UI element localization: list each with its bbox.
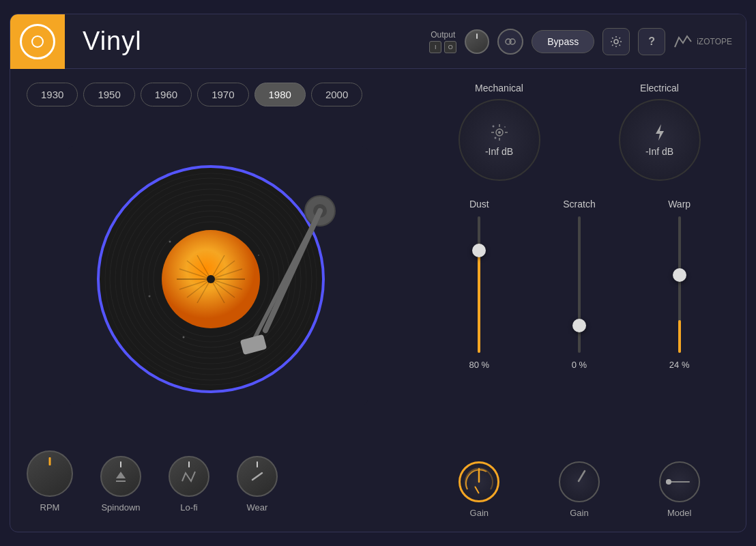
electrical-value: -Inf dB xyxy=(645,146,673,157)
wear-label: Wear xyxy=(247,502,268,513)
svg-point-24 xyxy=(169,241,171,243)
dust-slider-control: Dust 80 % xyxy=(448,199,510,370)
scratch-slider-control: Scratch 0 % xyxy=(549,199,610,370)
spindown-knob[interactable] xyxy=(100,456,141,497)
output-o-btn[interactable]: O xyxy=(444,41,456,53)
wear-knob[interactable] xyxy=(237,456,278,497)
model-control: Model xyxy=(659,461,700,518)
model-label: Model xyxy=(667,508,691,518)
svg-marker-34 xyxy=(116,472,126,478)
warp-slider-control: Warp 24 % xyxy=(649,199,710,370)
noise-section: Mechanical -Inf xyxy=(429,83,729,181)
right-panel: Mechanical -Inf xyxy=(429,83,729,518)
logo-circle xyxy=(20,24,55,59)
settings-icon[interactable] xyxy=(602,28,630,55)
scratch-thumb[interactable] xyxy=(572,319,586,332)
izotope-brand: iZOTOPE xyxy=(673,35,732,48)
mechanical-value: -Inf dB xyxy=(485,146,513,157)
svg-point-2 xyxy=(614,40,618,44)
spindown-control: Spindown xyxy=(100,456,141,513)
bottom-right-controls: Gain Gain Model xyxy=(429,461,729,518)
era-btn-1930[interactable]: 1930 xyxy=(27,83,78,106)
svg-point-23 xyxy=(207,275,215,283)
sliders-section: Dust 80 % Scratch xyxy=(429,192,729,450)
rpm-label: RPM xyxy=(40,502,60,513)
rpm-control: RPM xyxy=(27,450,73,513)
svg-point-26 xyxy=(149,296,151,298)
era-buttons: 1930 1950 1960 1970 1980 2000 xyxy=(27,83,409,106)
scratch-label: Scratch xyxy=(563,199,595,210)
dust-track xyxy=(478,216,480,353)
main-content: 1930 1950 1960 1970 1980 2000 xyxy=(10,69,746,532)
warp-slider-container xyxy=(673,216,686,353)
era-btn-1950[interactable]: 1950 xyxy=(83,83,134,106)
gain-orange-knob[interactable] xyxy=(459,461,499,502)
wear-control: Wear xyxy=(237,456,278,513)
plugin-window: Vinyl Output I O Bypass xyxy=(10,14,746,532)
spindown-label: Spindown xyxy=(101,502,140,513)
gain-gray-knob[interactable] xyxy=(559,461,600,502)
brand-label: iZOTOPE xyxy=(697,37,732,46)
svg-point-28 xyxy=(183,336,185,339)
model-dot xyxy=(666,479,671,485)
logo xyxy=(10,14,65,69)
svg-point-42 xyxy=(498,131,501,134)
svg-point-43 xyxy=(492,126,494,128)
output-i-btn[interactable]: I xyxy=(429,41,441,53)
output-toggle: I O xyxy=(429,41,456,53)
dust-slider-container xyxy=(472,216,486,353)
warp-label: Warp xyxy=(668,199,690,210)
era-btn-2000[interactable]: 2000 xyxy=(311,83,362,106)
model-indicator xyxy=(669,481,690,483)
era-btn-1980[interactable]: 1980 xyxy=(255,83,306,106)
mechanical-control: Mechanical -Inf xyxy=(429,83,569,181)
header-controls: Output I O Bypass ? xyxy=(429,28,732,55)
era-btn-1960[interactable]: 1960 xyxy=(141,83,192,106)
logo-inner xyxy=(31,35,44,48)
lofi-label: Lo-fi xyxy=(180,502,197,513)
svg-marker-46 xyxy=(656,124,664,141)
dust-fill xyxy=(478,244,480,353)
left-panel: 1930 1950 1960 1970 1980 2000 xyxy=(27,83,409,518)
gain-gray-label: Gain xyxy=(570,508,588,518)
warp-fill xyxy=(678,320,681,353)
warp-track xyxy=(678,216,681,353)
svg-point-45 xyxy=(494,137,496,139)
model-knob[interactable] xyxy=(659,461,700,502)
rpm-knob[interactable] xyxy=(27,450,73,497)
scratch-value: 0 % xyxy=(572,360,587,370)
lofi-control: Lo-fi xyxy=(169,456,209,513)
plugin-title: Vinyl xyxy=(83,27,142,56)
dust-label: Dust xyxy=(469,199,489,210)
gain-gray-control: Gain xyxy=(559,461,600,518)
stereo-icon[interactable] xyxy=(497,29,523,55)
turntable-area xyxy=(27,117,409,434)
bypass-button[interactable]: Bypass xyxy=(532,30,594,53)
svg-line-36 xyxy=(252,473,262,480)
bottom-controls: RPM Spindown xyxy=(27,445,409,518)
output-section: Output I O xyxy=(429,30,456,53)
warp-thumb[interactable] xyxy=(673,268,686,282)
electrical-knob[interactable]: -Inf dB xyxy=(619,99,701,181)
header: Vinyl Output I O Bypass xyxy=(10,14,746,69)
electrical-control: Electrical -Inf dB xyxy=(590,83,729,181)
dust-thumb[interactable] xyxy=(472,244,486,257)
scratch-track xyxy=(578,216,581,353)
warp-value: 24 % xyxy=(669,360,690,370)
era-btn-1970[interactable]: 1970 xyxy=(197,83,248,106)
lofi-knob[interactable] xyxy=(169,456,209,497)
mechanical-label: Mechanical xyxy=(475,83,523,94)
svg-point-25 xyxy=(258,255,259,256)
help-icon[interactable]: ? xyxy=(638,28,665,55)
svg-point-1 xyxy=(510,39,515,44)
turntable-svg xyxy=(68,146,368,405)
output-label: Output xyxy=(431,30,455,40)
output-knob[interactable] xyxy=(465,29,489,54)
gain-orange-label: Gain xyxy=(470,508,489,518)
scratch-slider-container xyxy=(572,216,586,353)
svg-point-44 xyxy=(504,126,506,128)
electrical-label: Electrical xyxy=(640,83,679,94)
dust-value: 80 % xyxy=(469,360,490,370)
mechanical-knob[interactable]: -Inf dB xyxy=(459,99,540,181)
gain-orange-control: Gain xyxy=(459,461,499,518)
